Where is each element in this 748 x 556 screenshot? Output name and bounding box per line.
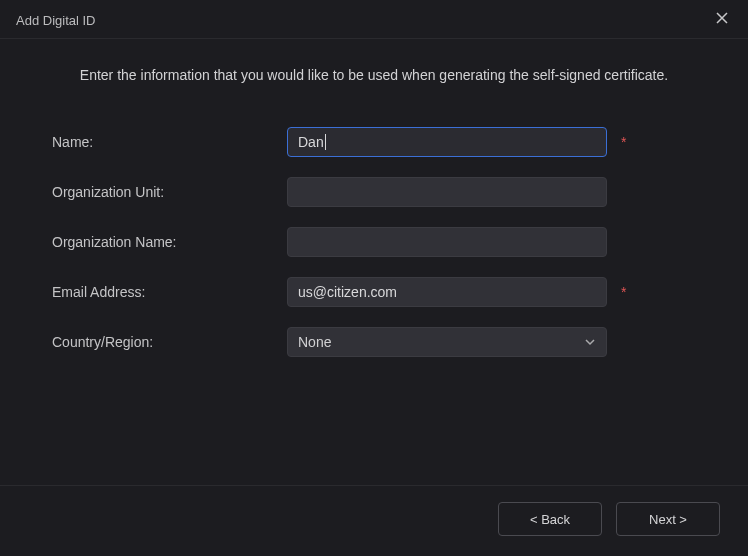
titlebar: Add Digital ID xyxy=(0,0,748,39)
dialog-body: Enter the information that you would lik… xyxy=(0,39,748,485)
field-wrap xyxy=(287,177,607,207)
close-icon xyxy=(715,11,729,29)
field-wrap: None xyxy=(287,327,607,357)
dialog-description: Enter the information that you would lik… xyxy=(36,67,712,83)
field-wrap xyxy=(287,277,607,307)
add-digital-id-dialog: Add Digital ID Enter the information tha… xyxy=(0,0,748,556)
chevron-down-icon xyxy=(584,336,596,348)
row-org-unit: Organization Unit: xyxy=(52,177,696,207)
country-select[interactable]: None xyxy=(287,327,607,357)
label-email: Email Address: xyxy=(52,284,287,300)
label-org-unit: Organization Unit: xyxy=(52,184,287,200)
label-country: Country/Region: xyxy=(52,334,287,350)
next-button[interactable]: Next > xyxy=(616,502,720,536)
row-email: Email Address: * xyxy=(52,277,696,307)
org-name-input[interactable] xyxy=(287,227,607,257)
row-org-name: Organization Name: xyxy=(52,227,696,257)
form: Name: Dan * Organization Unit: Organizat… xyxy=(36,127,712,377)
label-org-name: Organization Name: xyxy=(52,234,287,250)
select-value: None xyxy=(298,334,331,350)
field-wrap: Dan xyxy=(287,127,607,157)
close-button[interactable] xyxy=(712,10,732,30)
field-wrap xyxy=(287,227,607,257)
org-unit-input[interactable] xyxy=(287,177,607,207)
dialog-footer: < Back Next > xyxy=(0,485,748,556)
required-mark: * xyxy=(621,134,626,150)
back-button[interactable]: < Back xyxy=(498,502,602,536)
row-name: Name: Dan * xyxy=(52,127,696,157)
email-input[interactable] xyxy=(287,277,607,307)
dialog-title: Add Digital ID xyxy=(16,13,95,28)
required-mark: * xyxy=(621,284,626,300)
name-input[interactable] xyxy=(287,127,607,157)
row-country: Country/Region: None xyxy=(52,327,696,357)
label-name: Name: xyxy=(52,134,287,150)
